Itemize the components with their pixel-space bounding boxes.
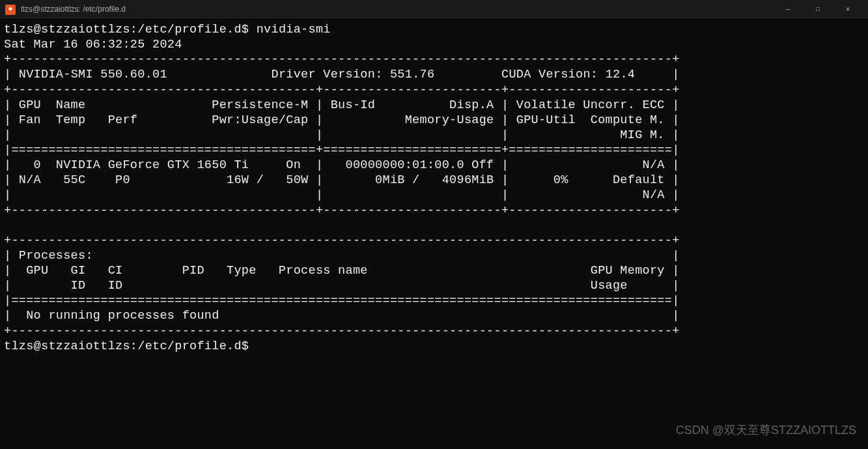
prompt-line-2: tlzs@stzzaiottlzs:/etc/profile.d$ (4, 340, 257, 353)
watermark: CSDN @双天至尊STZZAIOTTLZS (676, 423, 856, 438)
col-header-3: | | | MIG M. | (4, 128, 680, 142)
gpu-row-1: | 0 NVIDIA GeForce GTX 1650 Ti On | 0000… (4, 158, 680, 172)
proc-header-2: | GPU GI CI PID Type Process name GPU Me… (4, 264, 680, 278)
proc-border-bottom: +---------------------------------------… (4, 325, 680, 338)
proc-none: | No running processes found | (4, 309, 680, 323)
close-button[interactable]: ✕ (833, 0, 863, 20)
border-eq: |=======================================… (4, 143, 680, 157)
border-top: +---------------------------------------… (4, 53, 680, 66)
minimize-button[interactable]: — (773, 0, 803, 20)
gpu-row-2: | N/A 55C P0 16W / 50W | 0MiB / 4096MiB … (4, 173, 680, 187)
gpu-row-3: | | | N/A | (4, 188, 680, 202)
titlebar: ◆ tlzs@stzzaiottlzs: /etc/profile.d — ☐ … (0, 0, 868, 20)
border-sep-bottom: +---------------------------------------… (4, 204, 680, 218)
command-text: nvidia-smi (257, 23, 331, 36)
titlebar-left: ◆ tlzs@stzzaiottlzs: /etc/profile.d (5, 5, 126, 15)
proc-header-1: | Processes: | (4, 249, 680, 263)
proc-border-eq: |=======================================… (4, 294, 680, 308)
col-header-1: | GPU Name Persistence-M | Bus-Id Disp.A… (4, 98, 680, 112)
col-header-2: | Fan Temp Perf Pwr:Usage/Cap | Memory-U… (4, 113, 680, 127)
timestamp: Sat Mar 16 06:32:25 2024 (4, 38, 182, 51)
maximize-button[interactable]: ☐ (803, 0, 833, 20)
proc-header-3: | ID ID Usage | (4, 279, 680, 293)
terminal-output[interactable]: tlzs@stzzaiottlzs:/etc/profile.d$ nvidia… (0, 20, 868, 356)
header-line: | NVIDIA-SMI 550.60.01 Driver Version: 5… (4, 68, 680, 81)
border-sep: +---------------------------------------… (4, 83, 680, 97)
prompt-line-1: tlzs@stzzaiottlzs:/etc/profile.d$ nvidia… (4, 23, 331, 36)
window-title: tlzs@stzzaiottlzs: /etc/profile.d (21, 5, 126, 14)
proc-border-top: +---------------------------------------… (4, 234, 680, 248)
window-controls: — ☐ ✕ (773, 0, 863, 20)
ubuntu-icon: ◆ (5, 5, 16, 15)
